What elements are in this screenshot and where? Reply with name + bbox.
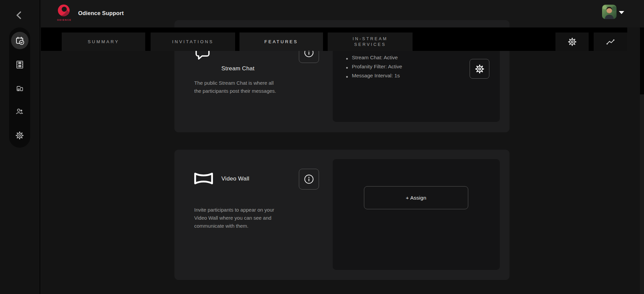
setting-item: Profanity Filter: Active — [346, 64, 402, 73]
avatar-photo — [602, 5, 616, 19]
odience-logo: ODIENCE — [57, 4, 70, 24]
settings-gear-icon — [15, 131, 24, 140]
stream-chat-title: Stream Chat — [221, 65, 255, 73]
assign-button[interactable]: + Assign — [364, 186, 468, 209]
odience-logo-icon — [58, 4, 70, 17]
tab-in-stream-line1: IN-STREAM — [353, 36, 388, 42]
user-avatar[interactable] — [602, 5, 616, 19]
sidebar-nav — [9, 27, 30, 148]
video-wall-description: Invite participants to appear on your Vi… — [194, 206, 281, 230]
setting-item-label: Profanity Filter: Active — [352, 64, 402, 70]
stream-chat-description: The public Stream Chat is where all the … — [194, 79, 281, 95]
settings-gear-icon — [475, 64, 485, 74]
sidebar-item-settings[interactable] — [11, 127, 29, 144]
video-wall-info-button[interactable] — [299, 169, 319, 190]
activity-trend-icon — [605, 38, 615, 46]
bullet-icon — [346, 67, 348, 69]
tab-summary[interactable]: SUMMARY — [62, 32, 145, 51]
scrollbar-thumb[interactable] — [640, 27, 644, 94]
tab-in-stream-line2: SERVICES — [354, 42, 386, 48]
odience-app: ODIENCE Odience Support — [0, 0, 644, 294]
devices-icon — [15, 84, 24, 93]
stream-chat-settings-list: Stream Chat: Active Profanity Filter: Ac… — [346, 55, 402, 82]
back-button[interactable] — [14, 10, 24, 20]
sidebar-item-media[interactable] — [11, 56, 29, 73]
tab-features[interactable]: FEATURES — [239, 32, 323, 51]
chevron-left-icon — [14, 10, 24, 20]
stream-chat-settings-button[interactable] — [470, 59, 489, 79]
media-film-icon — [15, 60, 24, 69]
tab-invitations[interactable]: INVITATIONS — [151, 32, 235, 51]
bullet-icon — [346, 76, 348, 78]
settings-gear-icon — [568, 37, 577, 47]
setting-item-label: Message Interval: 1s — [352, 73, 400, 79]
tab-in-stream-services[interactable]: IN-STREAM SERVICES — [328, 32, 413, 51]
event-calendar-check-icon — [15, 35, 25, 46]
video-wall-icon — [193, 169, 214, 190]
sidebar-item-participants[interactable] — [11, 103, 29, 120]
tab-bar: SUMMARY INVITATIONS FEATURES IN-STREAM S… — [41, 27, 627, 51]
account-menu-caret-icon[interactable] — [619, 11, 624, 14]
left-rail — [0, 0, 40, 294]
activity-trend-tab[interactable] — [594, 32, 627, 51]
setting-item-label: Stream Chat: Active — [352, 55, 398, 61]
sidebar-item-events[interactable] — [11, 32, 29, 49]
participants-group-icon — [15, 107, 24, 116]
info-icon — [303, 173, 315, 185]
event-settings-tab[interactable] — [555, 32, 589, 51]
video-wall-title: Video Wall — [221, 175, 249, 183]
odience-logo-word: ODIENCE — [57, 19, 70, 21]
scrollbar-track[interactable] — [640, 27, 644, 294]
video-wall-panel: + Assign — [333, 159, 500, 270]
setting-item: Stream Chat: Active — [346, 55, 402, 64]
setting-item: Message Interval: 1s — [346, 73, 402, 82]
page-title: Odience Support — [78, 10, 124, 16]
video-wall-card: Video Wall Invite participants to appear… — [174, 150, 509, 280]
bullet-icon — [346, 58, 348, 60]
sidebar-item-devices[interactable] — [11, 80, 29, 97]
